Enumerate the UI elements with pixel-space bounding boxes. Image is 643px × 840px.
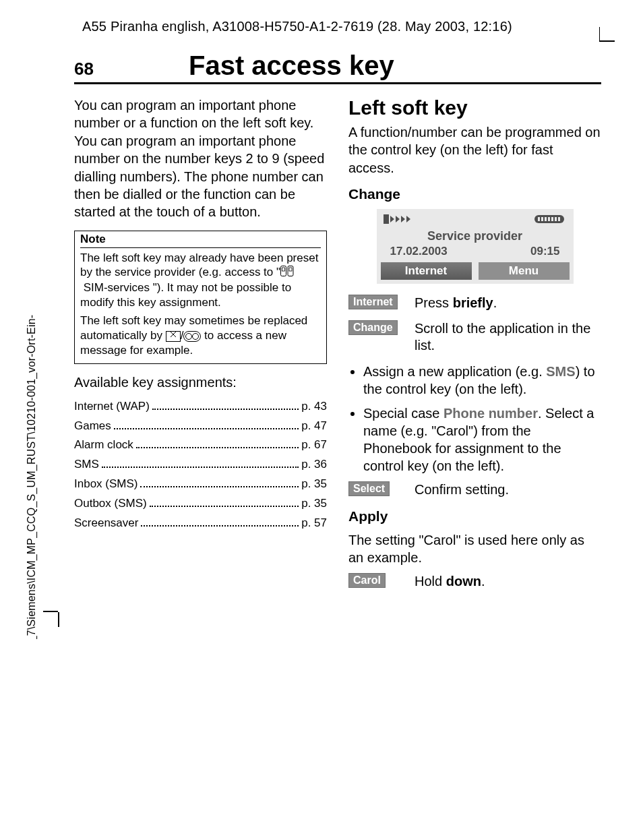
text-fragment: .: [481, 574, 485, 589]
toc-page-ref: p. 67: [301, 436, 327, 455]
svg-rect-12: [558, 217, 560, 221]
bullet-item: Assign a new application (e.g. SMS) to t…: [363, 363, 601, 398]
text-fragment: Special case: [363, 406, 443, 421]
available-assignments-heading: Available key assignments:: [74, 375, 327, 390]
toc-row: Games p. 47: [74, 417, 327, 436]
note-paragraph-1: The left soft key may already have been …: [80, 251, 321, 310]
phone-softkey-row: Internet Menu: [381, 262, 570, 280]
toc-row: SMS p. 36: [74, 455, 327, 475]
note-text-fragment: SIM-services: [84, 281, 150, 294]
step-internet: Internet Press briefly.: [348, 295, 601, 312]
note-paragraph-2: The left soft key may sometimes be repla…: [80, 313, 321, 357]
change-subheading: Change: [348, 186, 601, 202]
svg-rect-11: [555, 217, 557, 221]
apply-text: The setting "Carol" is used here only as…: [348, 531, 601, 567]
toc-label: Internet (WAP): [74, 397, 150, 417]
text-bold: down: [446, 574, 481, 589]
step-select-text: Confirm setting.: [415, 481, 601, 499]
toc-row: Outbox (SMS) p. 35: [74, 494, 327, 514]
toc-page-ref: p. 47: [301, 417, 327, 436]
toc-row: Screensaver p. 57: [74, 514, 327, 533]
toc-leader-dots: [150, 496, 299, 507]
toc-leader-dots: [102, 456, 299, 468]
note-title: Note: [80, 233, 321, 248]
svg-rect-6: [538, 217, 540, 221]
phone-softkey-right: Menu: [479, 262, 570, 280]
svg-rect-10: [551, 217, 553, 221]
battery-icon: [533, 214, 567, 227]
svg-rect-9: [548, 217, 550, 221]
phone-screen-illustration: Service provider 17.02.2003 09:15 Intern…: [377, 209, 574, 284]
side-copyright-text: © Siemens AG 2002, \\Nt4\_Proj_7\Siemens…: [26, 127, 38, 639]
phone-time: 09:15: [530, 245, 559, 258]
toc-row: Inbox (SMS) p. 35: [74, 475, 327, 494]
crop-mark: [600, 40, 615, 42]
text-fragment: Assign a new application (e.g.: [363, 364, 546, 379]
note-box: Note The left soft key may already have …: [74, 231, 327, 364]
svg-rect-7: [541, 217, 543, 221]
step-change-text: Scroll to the application in the list.: [415, 320, 601, 355]
phone-softkey-left: Internet: [381, 262, 472, 280]
phone-provider-text: Service provider: [381, 228, 570, 243]
softkey-label-select: Select: [348, 481, 390, 496]
step-internet-text: Press briefly.: [415, 295, 601, 312]
toc-label: Inbox (SMS): [74, 475, 137, 494]
toc-leader-dots: [114, 417, 299, 429]
toc-label: SMS: [74, 455, 99, 475]
step-select: Select Confirm setting.: [348, 481, 601, 499]
phone-status-bar: [381, 213, 570, 228]
text-bold: briefly: [453, 295, 493, 310]
softkey-label-internet: Internet: [348, 295, 398, 309]
crop-mark: [43, 611, 58, 612]
text-fragment: Hold: [415, 574, 446, 589]
text-emphasis: Phone number: [443, 406, 538, 421]
softkey-label-change: Change: [348, 320, 398, 335]
right-column: Left soft key A function/number can be p…: [348, 96, 601, 599]
svg-rect-3: [289, 268, 292, 271]
document-header-line: A55 Piranha english, A31008-H5750-A1-2-7…: [82, 19, 601, 34]
bullet-item: Special case Phone number. Select a name…: [363, 404, 601, 475]
step-change: Change Scroll to the application in the …: [348, 320, 601, 355]
svg-rect-8: [545, 217, 547, 221]
apply-subheading: Apply: [348, 508, 601, 524]
svg-rect-4: [384, 214, 389, 224]
toc-leader-dots: [136, 437, 299, 448]
intro-paragraph: You can program an important phone numbe…: [74, 96, 327, 221]
phone-datetime-row: 17.02.2003 09:15: [381, 243, 570, 262]
toc-page-ref: p. 57: [301, 514, 327, 533]
toc-label: Outbox (SMS): [74, 494, 147, 514]
svg-rect-1: [282, 268, 285, 271]
softkey-label-carol: Carol: [348, 573, 386, 588]
toc-row: Internet (WAP) p. 43: [74, 397, 327, 417]
toc-leader-dots: [152, 398, 299, 409]
page-heading: 68 Fast access key: [74, 51, 601, 84]
page-number: 68: [74, 59, 189, 80]
sim-services-icon: [280, 266, 294, 280]
left-soft-key-intro: A function/number can be programmed on t…: [348, 123, 601, 177]
assignments-list: Internet (WAP) p. 43 Games p. 47 Alarm c…: [74, 397, 327, 533]
bullet-list: Assign a new application (e.g. SMS) to t…: [348, 363, 601, 475]
left-column: You can program an important phone numbe…: [74, 96, 327, 599]
text-fragment: Press: [415, 295, 453, 310]
left-soft-key-heading: Left soft key: [348, 96, 601, 119]
toc-page-ref: p. 35: [301, 475, 327, 494]
toc-page-ref: p. 36: [301, 455, 327, 475]
toc-leader-dots: [141, 515, 299, 527]
phone-date: 17.02.2003: [390, 245, 448, 258]
signal-icon: [384, 214, 413, 227]
toc-label: Alarm clock: [74, 436, 133, 455]
crop-mark: [599, 27, 601, 42]
step-carol: Carol Hold down.: [348, 573, 601, 591]
toc-leader-dots: [140, 476, 299, 487]
text-fragment: .: [493, 295, 497, 310]
voicemail-icon: [183, 331, 201, 342]
toc-page-ref: p. 35: [301, 494, 327, 514]
crop-mark: [58, 612, 59, 627]
toc-label: Screensaver: [74, 514, 138, 533]
toc-label: Games: [74, 417, 111, 436]
text-emphasis: SMS: [546, 364, 575, 379]
toc-page-ref: p. 43: [301, 397, 327, 417]
envelope-icon: [166, 331, 181, 342]
toc-row: Alarm clock p. 67: [74, 436, 327, 455]
page-title: Fast access key: [189, 51, 601, 81]
